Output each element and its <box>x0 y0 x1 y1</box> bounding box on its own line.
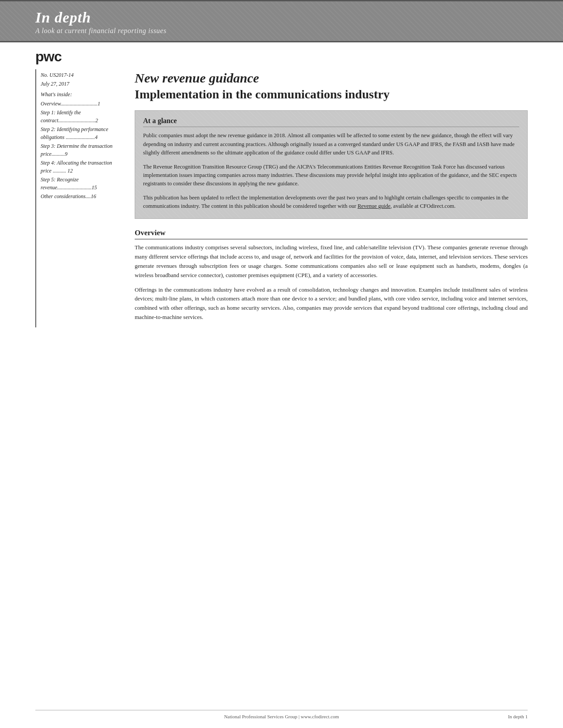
header-title: In depth <box>35 9 550 26</box>
sidebar: No. US2017-14 July 27, 2017 What's insid… <box>35 69 121 327</box>
toc-item-step4[interactable]: Step 4: Allocating the transaction price… <box>41 159 121 175</box>
logo-text: pwc <box>35 49 61 64</box>
what-inside-label: What's inside: <box>41 91 121 98</box>
overview-para-2: Offerings in the communications industry… <box>135 285 528 322</box>
toc-item-step3[interactable]: Step 3: Determine the transaction price.… <box>41 142 121 158</box>
header-banner: In depth A look at current financial rep… <box>0 0 563 42</box>
at-a-glance-para-2: The Revenue Recognition Transition Resou… <box>143 163 519 188</box>
toc-item-step5[interactable]: Step 5: Recognize revenue...............… <box>41 176 121 191</box>
at-a-glance-box: At a glance Public companies must adopt … <box>135 110 528 219</box>
content-area: New revenue guidance Implementation in t… <box>135 69 528 327</box>
toc-item-overview[interactable]: Overview............................1 <box>41 100 121 108</box>
at-a-glance-para-1: Public companies must adopt the new reve… <box>143 131 519 157</box>
footer: National Professional Services Group | w… <box>35 710 528 719</box>
overview-title: Overview <box>135 229 528 240</box>
toc-item-step1[interactable]: Step 1: Identify the contract...........… <box>41 109 121 124</box>
revenue-guide-link[interactable]: Revenue guide <box>358 203 391 209</box>
logo-area: pwc <box>0 42 563 65</box>
at-a-glance-para-3: This publication has been updated to ref… <box>143 194 519 211</box>
header-subtitle: A look at current financial reporting is… <box>35 27 550 35</box>
doc-date: July 27, 2017 <box>41 80 121 88</box>
at-a-glance-title: At a glance <box>143 117 519 127</box>
pwc-logo: pwc <box>35 49 563 65</box>
toc-item-other[interactable]: Other considerations....16 <box>41 192 121 200</box>
footer-right: In depth 1 <box>508 714 528 719</box>
doc-number: No. US2017-14 <box>41 71 121 79</box>
main-title-line2: Implementation in the communications ind… <box>135 86 528 102</box>
main-layout: No. US2017-14 July 27, 2017 What's insid… <box>0 69 563 327</box>
main-title: New revenue guidance Implementation in t… <box>135 69 528 102</box>
overview-para-1: The communications industry comprises se… <box>135 243 528 280</box>
footer-center: National Professional Services Group | w… <box>35 714 528 719</box>
toc-item-step2[interactable]: Step 2: Identifying performance obligati… <box>41 125 121 141</box>
main-title-line1: New revenue guidance <box>135 69 528 86</box>
